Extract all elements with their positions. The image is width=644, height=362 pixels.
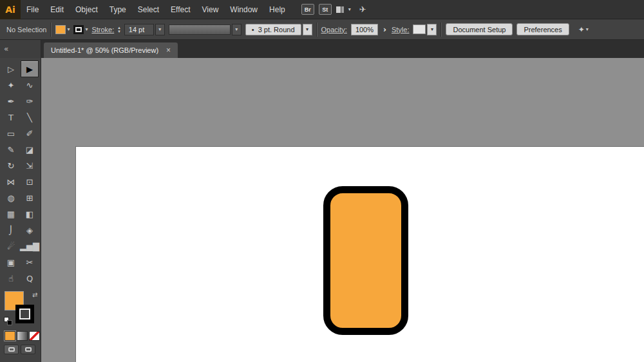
fill-color-swatch[interactable] [55, 25, 66, 34]
width-profile-combo[interactable]: ▾ [169, 24, 242, 35]
stroke-weight-combo[interactable]: 14 pt ▾ [124, 24, 165, 35]
column-graph-tool[interactable]: ▂▅▇ [21, 238, 38, 254]
select-similar-combo[interactable]: ✦ ▾ [578, 25, 589, 34]
lasso-tool[interactable]: ∿ [21, 77, 38, 93]
slice-tool[interactable]: ✂ [21, 254, 38, 270]
stroke-color-swatch[interactable] [73, 25, 84, 34]
swap-fill-stroke-icon[interactable]: ⇄ [32, 291, 37, 298]
stroke-color-combo[interactable]: ▾ [73, 25, 88, 34]
canvas-area[interactable] [41, 58, 644, 362]
draw-behind-button[interactable] [21, 345, 35, 354]
draw-normal-button[interactable] [4, 345, 19, 354]
artboard-tool[interactable]: ▣ [3, 254, 19, 270]
rotate-tool-icon: ↻ [8, 161, 15, 171]
selection-tool[interactable]: ▶ [21, 61, 38, 77]
color-mode-button[interactable] [5, 331, 15, 341]
graphic-style-dropdown[interactable]: ▾ [427, 24, 437, 35]
style-panel-link[interactable]: Style: [392, 26, 410, 33]
collapse-panel-icon[interactable]: « [4, 44, 8, 53]
tools-panel: ▷▶✦∿✒✑T╲▭✐✎◪↻⇲⋈⊡◍⊞▦◧⌡◈☄▂▅▇▣✂☝Q ⇄ [0, 58, 41, 362]
opacity-field[interactable]: 100% [351, 24, 378, 35]
graphic-style-combo[interactable]: ▾ [413, 24, 437, 35]
menu-type[interactable]: Type [104, 0, 132, 19]
perspective-grid-tool[interactable]: ⊞ [21, 190, 38, 205]
step-down-icon[interactable]: ▾ [118, 30, 120, 33]
rectangle-tool[interactable]: ▭ [3, 126, 19, 141]
brush-definition-field[interactable]: • 3 pt. Round [245, 24, 301, 35]
stroke-weight-stepper[interactable]: ▴ ▾ [118, 26, 120, 33]
shape-builder-tool-icon: ◍ [7, 193, 14, 203]
hand-tool[interactable]: ☝ [3, 271, 19, 286]
symbol-sprayer-tool[interactable]: ☄ [3, 238, 19, 254]
zoom-tool[interactable]: Q [21, 271, 38, 286]
gradient-tool[interactable]: ◧ [21, 206, 38, 222]
graphic-style-swatch[interactable] [413, 24, 426, 34]
type-tool[interactable]: T [3, 110, 19, 125]
menu-bar: Ai FileEditObjectTypeSelectEffectViewWin… [0, 0, 644, 19]
paintbrush-tool[interactable]: ✐ [21, 126, 38, 141]
menu-effect[interactable]: Effect [165, 0, 196, 19]
blend-tool[interactable]: ◈ [21, 222, 38, 238]
magic-wand-tool[interactable]: ✦ [3, 77, 19, 93]
scale-tool[interactable]: ⇲ [21, 158, 38, 173]
menu-edit[interactable]: Edit [44, 0, 70, 19]
width-profile-dropdown[interactable]: ▾ [232, 24, 242, 35]
mesh-tool[interactable]: ▦ [3, 206, 19, 222]
select-similar-icon[interactable]: ✦ [578, 25, 585, 34]
arrange-documents-icon[interactable] [336, 6, 344, 13]
stroke-weight-dropdown[interactable]: ▾ [155, 24, 165, 35]
fill-color-combo[interactable]: ▾ [55, 25, 70, 34]
pencil-tool[interactable]: ✎ [3, 142, 19, 157]
stroke-swatch[interactable] [15, 305, 34, 323]
menu-window[interactable]: Window [224, 0, 263, 19]
opacity-panel-link[interactable]: Opacity: [321, 26, 347, 33]
chevron-down-icon[interactable]: ▾ [85, 26, 88, 32]
direct-selection-tool-icon: ▷ [8, 64, 14, 74]
none-mode-button[interactable] [29, 331, 40, 341]
type-tool-icon: T [8, 113, 14, 122]
gradient-tool-icon: ◧ [26, 209, 33, 219]
rounded-rectangle-shape[interactable] [323, 186, 408, 335]
direct-selection-tool[interactable]: ▷ [3, 61, 19, 77]
chevron-down-icon[interactable]: ▾ [348, 6, 351, 12]
width-tool-icon: ⋈ [7, 177, 15, 187]
stroke-weight-field[interactable]: 14 pt [124, 24, 154, 35]
shape-builder-tool[interactable]: ◍ [3, 190, 19, 205]
gradient-mode-button[interactable] [17, 331, 28, 341]
slice-tool-icon: ✂ [26, 258, 33, 267]
document-setup-button[interactable]: Document Setup [446, 23, 513, 35]
preferences-button[interactable]: Preferences [516, 23, 569, 35]
rectangle-tool-icon: ▭ [7, 129, 15, 138]
sync-icon[interactable]: ✈ [359, 5, 366, 14]
stroke-panel-link[interactable]: Stroke: [91, 26, 114, 33]
magic-wand-tool-icon: ✦ [8, 81, 15, 90]
eraser-tool[interactable]: ◪ [21, 142, 38, 157]
brush-definition-dropdown[interactable]: ▾ [303, 24, 312, 35]
menu-select[interactable]: Select [132, 0, 165, 19]
menu-view[interactable]: View [196, 0, 225, 19]
rotate-tool[interactable]: ↻ [3, 158, 19, 173]
document-tab[interactable]: Untitled-1* @ 50% (RGB/Preview) × [44, 43, 178, 58]
width-profile-preview[interactable] [169, 24, 231, 35]
menu-object[interactable]: Object [70, 0, 104, 19]
pen-tool[interactable]: ✒ [3, 93, 19, 109]
stock-button[interactable]: St [319, 4, 332, 15]
free-transform-tool[interactable]: ⊡ [21, 174, 38, 189]
separator [50, 23, 52, 37]
close-tab-icon[interactable]: × [166, 46, 171, 55]
curvature-tool[interactable]: ✑ [21, 93, 38, 109]
brush-name: 3 pt. Round [258, 26, 295, 33]
pencil-tool-icon: ✎ [8, 145, 15, 155]
bridge-button[interactable]: Br [301, 4, 314, 15]
opacity-flyout-button[interactable]: › [382, 25, 388, 34]
brush-definition-combo[interactable]: • 3 pt. Round ▾ [245, 24, 312, 35]
eyedropper-tool[interactable]: ⌡ [3, 222, 19, 238]
line-segment-tool[interactable]: ╲ [21, 110, 38, 125]
width-tool[interactable]: ⋈ [3, 174, 19, 189]
chevron-down-icon[interactable]: ▾ [67, 26, 70, 32]
menu-help[interactable]: Help [263, 0, 291, 19]
menu-file[interactable]: File [21, 0, 44, 19]
perspective-grid-tool-icon: ⊞ [26, 193, 33, 203]
default-fill-stroke-icon[interactable] [4, 317, 14, 326]
chevron-down-icon[interactable]: ▾ [586, 26, 589, 32]
